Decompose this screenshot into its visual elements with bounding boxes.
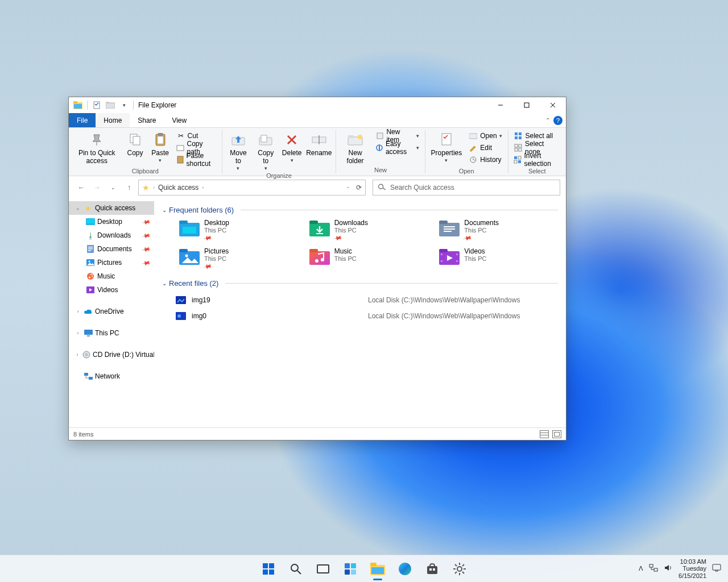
- svg-rect-59: [87, 335, 90, 336]
- nav-forward-button[interactable]: →: [90, 181, 104, 194]
- close-button[interactable]: [540, 97, 566, 113]
- svg-rect-33: [515, 132, 518, 135]
- edit-button[interactable]: Edit: [466, 142, 504, 153]
- frequent-folders-header[interactable]: ⌄Frequent folders (6): [162, 206, 558, 214]
- taskbar-widgets[interactable]: [338, 556, 363, 581]
- pin-quickaccess-button[interactable]: Pin to Quick access: [71, 129, 123, 165]
- tree-network[interactable]: › Network: [69, 369, 154, 383]
- tab-share[interactable]: Share: [130, 113, 164, 127]
- svg-line-114: [462, 572, 464, 573]
- start-button[interactable]: [256, 556, 281, 581]
- desktop-icon: [86, 217, 95, 226]
- tray-overflow-icon[interactable]: ᐱ: [639, 565, 643, 572]
- folder-desktop[interactable]: DesktopThis PC📌: [179, 219, 298, 242]
- recent-files-header[interactable]: ⌄Recent files (2): [162, 279, 558, 288]
- address-crumb[interactable]: Quick access: [158, 184, 198, 192]
- nav-back-button[interactable]: ←: [75, 181, 88, 194]
- qat-properties-icon[interactable]: [92, 101, 101, 110]
- svg-rect-29: [379, 145, 380, 151]
- new-folder-button[interactable]: New folder: [338, 129, 372, 165]
- history-button[interactable]: History: [466, 154, 504, 165]
- chevron-right-icon[interactable]: ›: [75, 352, 80, 357]
- rename-button[interactable]: Rename: [304, 129, 333, 157]
- folder-pictures[interactable]: PicturesThis PC📌: [179, 247, 298, 270]
- pictures-folder-icon: [179, 247, 200, 265]
- svg-rect-91: [263, 569, 268, 575]
- tray-network-icon[interactable]: [649, 564, 658, 573]
- tree-videos[interactable]: Videos: [69, 283, 154, 297]
- tree-quick-access[interactable]: ⌄ ★ Quick access: [69, 201, 154, 215]
- paste-shortcut-button[interactable]: Paste shortcut: [174, 154, 218, 165]
- copy-to-button[interactable]: Copy to▾: [252, 129, 279, 171]
- qat-newfolder-icon[interactable]: [106, 101, 115, 110]
- details-view-button[interactable]: [540, 430, 549, 438]
- tray-volume-icon[interactable]: [664, 564, 673, 573]
- tree-music[interactable]: Music: [69, 269, 154, 283]
- open-icon: [469, 131, 478, 140]
- folder-documents[interactable]: DocumentsThis PC📌: [439, 219, 558, 242]
- folder-downloads[interactable]: DownloadsThis PC📌: [309, 219, 428, 242]
- chevron-right-icon[interactable]: ›: [75, 309, 81, 314]
- folder-music[interactable]: MusicThis PC: [309, 247, 428, 270]
- tab-view[interactable]: View: [164, 113, 195, 127]
- tree-thispc[interactable]: › This PC: [69, 326, 154, 340]
- svg-rect-99: [345, 569, 350, 575]
- taskbar-clock[interactable]: 10:03 AM Tuesday 6/15/2021: [679, 558, 706, 580]
- search-box[interactable]: Search Quick access: [373, 180, 560, 196]
- invert-selection-button[interactable]: Invert selection: [511, 154, 562, 165]
- image-file-icon: [176, 296, 186, 304]
- tree-downloads[interactable]: ⭳ Downloads📌: [69, 228, 154, 242]
- taskbar-explorer[interactable]: [365, 556, 390, 581]
- collapse-ribbon-icon[interactable]: ⌃: [545, 117, 550, 123]
- chevron-down-icon[interactable]: ⌄: [75, 205, 81, 211]
- tab-home[interactable]: Home: [96, 113, 130, 127]
- recent-file-row[interactable]: img0 Local Disk (C:)\Windows\Web\Wallpap…: [176, 308, 558, 324]
- folder-videos[interactable]: VideosThis PC: [439, 247, 558, 270]
- svg-line-115: [455, 572, 457, 573]
- taskbar-edge[interactable]: [392, 556, 417, 581]
- nav-recent-dropdown[interactable]: ⌄: [106, 181, 120, 194]
- titlebar[interactable]: ▾ File Explorer: [69, 97, 566, 113]
- tree-documents[interactable]: Documents📌: [69, 242, 154, 256]
- tab-file[interactable]: File: [69, 113, 96, 127]
- tree-pictures[interactable]: Pictures📌: [69, 256, 154, 269]
- qat-dropdown-icon[interactable]: ▾: [119, 101, 129, 110]
- titlebar-separator: [87, 101, 88, 110]
- chevron-right-icon[interactable]: ›: [75, 330, 81, 336]
- nav-up-button[interactable]: ↑: [122, 181, 136, 194]
- copy-button[interactable]: Copy: [123, 129, 148, 157]
- address-dropdown-icon[interactable]: ⌄: [346, 184, 350, 192]
- notifications-icon[interactable]: [712, 564, 721, 573]
- taskbar-settings[interactable]: [447, 556, 472, 581]
- recent-file-row[interactable]: img19 Local Disk (C:)\Windows\Web\Wallpa…: [176, 292, 558, 308]
- svg-rect-105: [427, 566, 437, 574]
- svg-point-80: [315, 259, 318, 263]
- tree-desktop[interactable]: Desktop📌: [69, 215, 154, 228]
- svg-rect-85: [441, 260, 442, 262]
- chevron-icon[interactable]: ›: [202, 185, 204, 190]
- svg-rect-36: [519, 136, 522, 139]
- svg-point-88: [177, 314, 181, 318]
- address-bar[interactable]: ★ › Quick access › ⌄ ⟳: [138, 180, 366, 196]
- help-icon[interactable]: ?: [553, 116, 562, 125]
- open-button[interactable]: Open▾: [466, 130, 504, 142]
- svg-rect-30: [442, 134, 451, 145]
- easy-access-button[interactable]: Easy access▾: [373, 142, 421, 153]
- large-icons-view-button[interactable]: [552, 430, 561, 438]
- delete-button[interactable]: Delete▾: [279, 129, 304, 163]
- paste-button[interactable]: Paste ▾: [148, 129, 173, 163]
- taskbar-taskview[interactable]: [311, 556, 336, 581]
- svg-rect-103: [371, 567, 384, 574]
- svg-rect-11: [133, 136, 140, 145]
- tree-cddrive[interactable]: › CD Drive (D:) VirtualBox: [69, 348, 154, 361]
- refresh-icon[interactable]: ⟳: [356, 184, 362, 192]
- minimize-button[interactable]: [487, 97, 514, 113]
- maximize-button[interactable]: [514, 97, 540, 113]
- taskbar-search[interactable]: [283, 556, 308, 581]
- properties-button[interactable]: Properties▾: [428, 129, 466, 163]
- documents-folder-icon: [439, 219, 460, 237]
- tree-onedrive[interactable]: › OneDrive: [69, 305, 154, 318]
- move-to-button[interactable]: Move to▾: [224, 129, 252, 171]
- chevron-icon[interactable]: ›: [153, 185, 155, 190]
- taskbar-store[interactable]: [420, 556, 445, 581]
